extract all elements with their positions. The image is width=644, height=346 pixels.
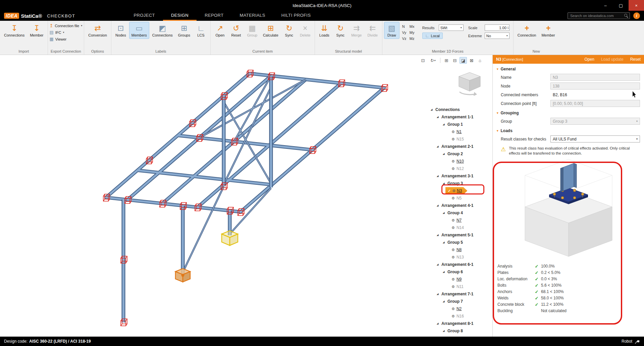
tree-item-group[interactable]: ◢Group 5 [427,239,492,246]
toggle-vz[interactable]: Vz [402,37,408,42]
viewer-button[interactable]: ▦ Viewer [50,37,67,42]
expand-icon[interactable]: ◢ [443,153,446,155]
tree-item-group[interactable]: ◢Group 8 [427,327,492,335]
help-icon[interactable]: i [633,12,640,19]
toggle-mz[interactable]: Mz [410,37,417,42]
import-connections-button[interactable]: ↧ Connections [2,22,27,39]
toggle-vy[interactable]: Vy [402,31,408,36]
sync-button[interactable]: ↻ Sync [281,22,297,39]
reset-connection-button[interactable]: Reset [630,57,641,62]
name-field[interactable]: N3 [550,74,640,81]
expand-icon[interactable]: ◢ [443,123,446,126]
expand-icon[interactable]: ◢ [443,182,446,185]
labels-groups-button[interactable]: ⊞ Groups [176,22,193,39]
tree-item-node[interactable]: ⚙N7 [427,217,492,224]
search-icon[interactable] [624,14,627,17]
tab-project[interactable]: PROJECT [125,11,163,21]
labels-lcs-button[interactable]: ∟ LCS [193,22,209,39]
divide-button[interactable]: ⇇ Divide [365,22,380,39]
scale-input[interactable]: 1.00 ▴▾ [485,24,509,31]
tree-item-node[interactable]: ⚙N5 [427,194,492,202]
tree-item-arrangement[interactable]: ◢Arrangement 6-1 [427,261,492,268]
new-member-button[interactable]: + Member [539,22,557,39]
load-update-button[interactable]: Load update [601,57,624,62]
connection-point-field[interactable]: [0.00; 5.00; 0.00] [550,100,640,107]
open-connection-button[interactable]: Open [585,57,594,62]
results-select[interactable]: SWt ▾ [439,24,464,31]
tree-item-node[interactable]: ⚙N13 [427,253,492,261]
tree-item-node[interactable]: ⚙N16 [427,312,492,320]
section-grouping[interactable]: ▾Grouping [493,108,644,117]
toggle-n[interactable]: N [402,24,408,30]
structural-sync-button[interactable]: ↻ Sync [333,22,348,39]
structural-model-3d[interactable] [0,55,427,337]
tree-item-group[interactable]: ◢Group 7 [427,298,492,305]
local-toggle[interactable]: ∟ Local [422,33,443,39]
expand-icon[interactable]: ◢ [437,234,440,236]
node-field[interactable]: 138 [550,82,640,90]
minimize-button[interactable]: – [598,0,613,11]
merge-button[interactable]: ⇉ Merge [349,22,364,39]
extreme-select[interactable]: No ▾ [485,33,509,39]
result-classes-select[interactable]: All ULS Fund▾ [550,135,640,142]
expand-icon[interactable]: ◢ [443,212,446,214]
expand-icon[interactable]: ◢ [437,204,440,207]
zoom-fit-icon[interactable]: ⊡ [419,57,427,64]
view-axonometry-icon[interactable]: ◪ [460,57,467,64]
tab-hilti-profis[interactable]: HILTI PROFIS [273,11,319,21]
connection-file-button[interactable]: ↥ Connection file ▾ [50,23,83,28]
tree-item-arrangement[interactable]: ◢Arrangement 4-1 [427,202,492,209]
tab-materials[interactable]: MATERIALS [232,11,273,21]
tree-item-arrangement[interactable]: ◢Arrangement 3-1 [427,172,492,180]
rotate-view-icon[interactable]: ↻▾ [428,57,438,64]
group-select[interactable]: Group 3▾ [550,118,640,125]
tree-item-arrangement[interactable]: ◢Arrangement 5-1 [427,231,492,239]
close-button[interactable]: × [629,0,644,11]
expand-icon[interactable]: ◢ [437,175,440,177]
expand-icon[interactable]: ◢ [437,263,440,266]
labels-connections-button[interactable]: ◩ Connections [150,22,175,39]
group-button[interactable]: ▦ Group [245,22,260,39]
expand-icon[interactable]: ◢ [437,293,440,295]
tree-item-group[interactable]: ◢Group 6 [427,268,492,276]
tree-item-node[interactable]: ⚙N14 [427,224,492,231]
reset-button[interactable]: ↺ Reset [228,22,244,39]
expand-icon[interactable]: ◢ [443,271,446,273]
spinner-icons[interactable]: ▴▾ [507,26,508,30]
tree-item-node[interactable]: ⚙N9 [427,276,492,283]
expand-icon[interactable]: ◢ [431,108,434,111]
tab-report[interactable]: REPORT [197,11,231,21]
robot-link-status[interactable]: Robot [622,339,640,344]
section-general[interactable]: ▾General [493,64,644,73]
toggle-my[interactable]: My [410,31,417,36]
tree-item-node[interactable]: ⚙N12 [427,165,492,172]
tab-design[interactable]: DESIGN [163,11,197,21]
model-viewport[interactable]: ⊡ ↻▾ ⊞ ⊟ ◪ ⊠ ⌂ ◢Connections ◢Arrangement… [0,55,492,337]
view-top-icon[interactable]: ⊟ [451,57,459,64]
labels-nodes-button[interactable]: ⊡ Nodes [113,22,128,39]
calculate-button[interactable]: ⊞ Calculate [261,22,281,39]
expand-icon[interactable]: ◢ [443,330,446,332]
view-solid-icon[interactable]: ⊠ [468,57,475,64]
tree-item-node[interactable]: ⚙N2 [427,305,492,312]
tree-item-arrangement[interactable]: ◢Arrangement 7-1 [427,290,492,298]
tree-item-node[interactable]: ⚙N8 [427,246,492,253]
tree-item-group[interactable]: ◢Group 2 [427,150,492,158]
tree-item-n3-selected[interactable]: ✓ ⚙ N3 [427,187,492,194]
draw-button[interactable]: ▧ Draw [384,22,399,39]
ifc-button[interactable]: ▤ IFC ▾ [50,30,64,35]
expand-icon[interactable]: ◢ [437,145,440,148]
maximize-button[interactable]: ▢ [613,0,629,11]
tree-item-arrangement[interactable]: ◢Arrangement 1-1 [427,113,492,121]
tree-item-arrangement[interactable]: ◢Arrangement 2-1 [427,143,492,150]
tree-item-node[interactable]: ⚙N1 [427,128,492,135]
labels-members-button[interactable]: ▭ Members [129,22,149,39]
view-front-icon[interactable]: ⊞ [443,57,450,64]
delete-button[interactable]: × Delete [298,22,313,39]
toggle-mx[interactable]: Mx [410,24,417,30]
expand-icon[interactable]: ◢ [437,116,440,118]
tree-item-node[interactable]: ⚙N10 [427,158,492,165]
new-connection-button[interactable]: + Connection [515,22,539,39]
conversion-button[interactable]: ⇄ Conversion [86,22,109,39]
support-node-orange-selected[interactable] [175,269,190,282]
